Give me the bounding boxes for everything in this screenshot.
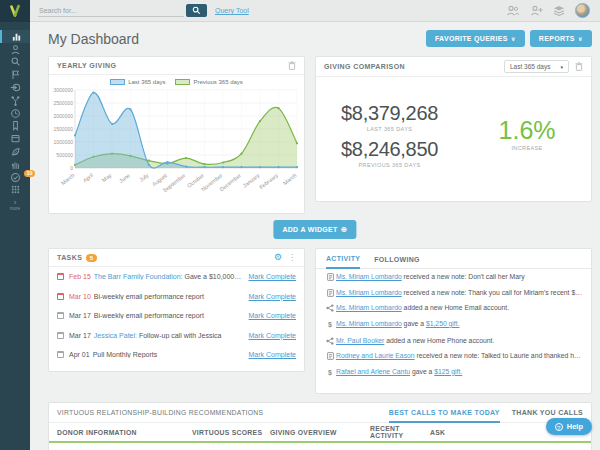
dollar-icon: $ <box>328 368 332 377</box>
mark-complete-link[interactable]: Mark Complete <box>249 293 296 300</box>
kebab-menu-icon[interactable]: ⋮ <box>288 254 296 262</box>
svg-text:March: March <box>282 172 298 186</box>
recommendations-table-header: DONOR INFORMATIONVIRTUOUS SCORESGIVING O… <box>49 423 591 441</box>
legend-swatch-green <box>175 79 190 85</box>
column-header: GIVING OVERVIEW <box>270 429 370 436</box>
sidebar-item-apps[interactable] <box>0 184 30 197</box>
mark-complete-link[interactable]: Mark Complete <box>249 332 296 339</box>
activity-contact-link[interactable]: Ms. Miriam Lombardo <box>336 289 402 296</box>
sidebar-item-volunteers[interactable] <box>0 158 30 171</box>
tab-activity[interactable]: ACTIVITY <box>326 255 360 269</box>
task-row: Mar 17 Jessica Patel: Follow-up call wit… <box>49 326 304 346</box>
note-icon <box>327 352 334 360</box>
recommendations-panel: VIRTUOUS RELATIONSHIP-BUILDING RECOMMEND… <box>48 402 592 450</box>
plus-circle-icon: ⊕ <box>341 225 348 234</box>
app-logo[interactable] <box>0 0 30 22</box>
bar-chart-icon <box>11 31 22 42</box>
yearly-giving-widget: YEARLY GIVING Last 365 days Previous 365… <box>48 56 305 214</box>
recommendations-title: VIRTUOUS RELATIONSHIP-BUILDING RECOMMEND… <box>57 409 263 422</box>
favorite-queries-button[interactable]: FAVORITE QUERIES∨ <box>426 30 525 47</box>
sidebar-item-contacts[interactable] <box>0 43 30 56</box>
svg-text:500000: 500000 <box>56 152 73 158</box>
mark-complete-link[interactable]: Mark Complete <box>249 273 296 280</box>
tasks-list: Feb 15 The Barr Family Foundation: Gave … <box>49 267 304 365</box>
tasks-count-badge: 10 <box>24 170 35 177</box>
sidebar-item-campaigns[interactable] <box>0 68 30 81</box>
activity-contact-link[interactable]: Rodney and Laurie Eason <box>336 352 415 359</box>
giving-comparison-widget: GIVING COMPARISON Last 365 days▾ $8,379,… <box>315 56 592 202</box>
activity-contact-link[interactable]: Ms. Miriam Lombardo <box>336 320 402 327</box>
tab-following[interactable]: FOLLOWING <box>374 256 419 268</box>
search-icon <box>192 6 201 15</box>
task-row: Mar 10 Bi-weekly email performance repor… <box>49 287 304 307</box>
tasks-widget: TASKS 5 ⚙ ⋮ Feb 15 The Barr Family Found… <box>48 248 305 372</box>
search-input[interactable] <box>38 5 184 17</box>
sidebar-item-tasks[interactable]: 10 <box>0 171 30 184</box>
trash-icon[interactable] <box>288 61 296 70</box>
widget-title: YEARLY GIVING <box>57 62 116 69</box>
column-header: VIRTUOUS SCORES <box>192 429 270 436</box>
note-icon <box>327 289 334 297</box>
widget-title: GIVING COMPARISON <box>324 63 405 70</box>
help-button[interactable]: ?Help <box>546 418 592 435</box>
virtuous-logo-icon <box>7 3 23 19</box>
bookmark-icon <box>10 120 21 131</box>
question-mark-icon: ? <box>555 423 563 431</box>
sidebar-item-history[interactable] <box>0 107 30 120</box>
activity-item: $ Rafael and Arlene Cantu gave a $125 gi… <box>316 364 591 381</box>
mark-complete-link[interactable]: Mark Complete <box>249 351 296 358</box>
svg-text:March: March <box>60 172 76 186</box>
reports-button[interactable]: REPORTS∨ <box>530 30 592 47</box>
svg-text:2000000: 2000000 <box>54 113 74 119</box>
calendar-icon <box>57 351 64 358</box>
contacts-users-icon[interactable] <box>506 5 520 17</box>
sidebar-item-dashboard[interactable] <box>0 30 30 43</box>
svg-text:April: April <box>82 172 94 184</box>
legend-swatch-blue <box>110 79 125 85</box>
chevron-down-icon: ∨ <box>578 35 583 42</box>
activity-gift-link[interactable]: $1,250 gift. <box>426 320 460 327</box>
activity-gift-link[interactable]: $125 gift. <box>434 368 462 375</box>
person-icon <box>10 44 21 55</box>
current-giving-total: $8,379,268 LAST 365 DAYS <box>341 102 438 132</box>
recommendation-row[interactable] <box>49 441 591 450</box>
user-avatar[interactable] <box>575 3 590 18</box>
sidebar-item-search[interactable] <box>0 56 30 69</box>
search-icon <box>10 56 21 67</box>
sidebar-item-connections[interactable] <box>0 94 30 107</box>
sidebar-item-projects[interactable] <box>0 132 30 145</box>
sidebar-item-more[interactable]: › more <box>0 196 30 214</box>
range-select[interactable]: Last 365 days▾ <box>504 60 569 73</box>
check-circle-icon <box>10 172 21 183</box>
gear-icon[interactable]: ⚙ <box>274 253 282 262</box>
svg-text:February: February <box>258 172 279 190</box>
topbar: Query Tool <box>30 0 600 22</box>
task-row: Apr 01 Pull Monthly Reports Mark Complet… <box>49 345 304 365</box>
svg-text:2500000: 2500000 <box>54 100 74 106</box>
add-widget-button[interactable]: ADD A WIDGET⊕ <box>273 220 356 239</box>
activity-contact-link[interactable]: Ms. Miriam Lombardo <box>336 304 402 311</box>
archive-box-icon <box>10 133 21 144</box>
task-contact-link[interactable]: The Barr Family Foundation: <box>94 273 183 280</box>
activity-contact-link[interactable]: Rafael and Arlene Cantu <box>336 368 410 375</box>
clock-icon <box>10 108 21 119</box>
search-button[interactable] <box>186 4 207 17</box>
activity-item: $ Ms. Miriam Lombardo gave a $1,250 gift… <box>316 316 591 333</box>
tab-best-calls-today[interactable]: BEST CALLS TO MAKE TODAY <box>389 409 500 423</box>
task-contact-link[interactable]: Jessica Patel: <box>94 332 137 339</box>
grid-icon <box>10 184 21 195</box>
sidebar-item-bookmarks[interactable] <box>0 120 30 133</box>
activity-item: Mr. Paul Booker added a new Home Phone a… <box>316 332 591 348</box>
query-tool-link[interactable]: Query Tool <box>215 7 249 14</box>
sidebar-item-import[interactable] <box>0 81 30 94</box>
activity-contact-link[interactable]: Ms. Miriam Lombardo <box>336 273 402 280</box>
activity-contact-link[interactable]: Mr. Paul Booker <box>336 337 384 344</box>
trash-icon[interactable] <box>575 62 583 71</box>
add-user-icon[interactable] <box>529 5 543 17</box>
sign-in-icon <box>10 82 21 93</box>
share-icon <box>326 337 334 345</box>
sidebar-item-giving[interactable] <box>0 145 30 158</box>
mark-complete-link[interactable]: Mark Complete <box>249 312 296 319</box>
activity-item: Ms. Miriam Lombardo received a new note:… <box>316 285 591 301</box>
layers-icon[interactable] <box>552 5 566 17</box>
